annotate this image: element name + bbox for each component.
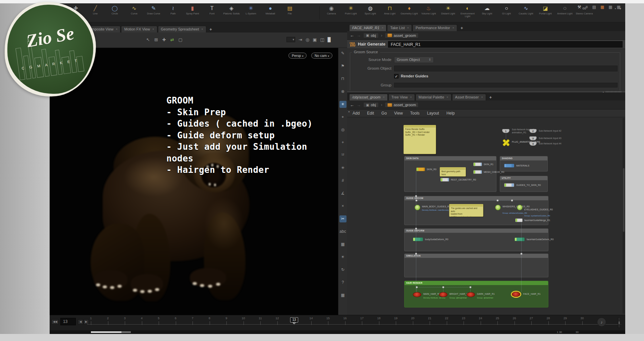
frame-range-field[interactable]: 1 30 <box>557 331 562 334</box>
frame-end-field[interactable]: 30 <box>576 331 579 334</box>
shelf-tool-portal-light[interactable]: ◪Portal Light <box>537 5 554 18</box>
node-body-guide-deform[interactable] <box>413 237 423 241</box>
next-frame-button[interactable]: ▶ <box>84 319 89 325</box>
shelf-tool-curve[interactable]: ∿Curve <box>125 5 143 15</box>
bbox-display-icon[interactable]: ▦ <box>339 241 346 248</box>
tab-material-palette[interactable]: Material Palette× <box>416 94 451 100</box>
netbox-guide-groom[interactable]: GUIDE GROOM MAIN_BODY_GUIDES_R0 Density … <box>404 196 548 225</box>
snapshot-icon[interactable]: + <box>339 139 346 146</box>
shelf-tool-metaball[interactable]: ●Metaball <box>262 5 279 15</box>
grid-options-icon[interactable]: ▦ <box>339 292 346 299</box>
current-frame-field[interactable]: 13 <box>60 318 76 325</box>
close-icon[interactable]: × <box>407 26 409 29</box>
node-whiskers-guides[interactable] <box>495 205 501 210</box>
node-main-hair[interactable] <box>413 292 421 297</box>
tab-face-hair-r1[interactable]: FACE_HAIR_R1× <box>349 24 386 31</box>
node-mesh-check[interactable] <box>473 170 482 174</box>
rewind-button[interactable]: ◀◀ <box>51 319 59 325</box>
no-cam-badge[interactable]: No cam▾ <box>311 53 332 59</box>
netbox-skin-data[interactable]: SKIN DATA SKIN_R0 Best geometry path her… <box>404 156 496 192</box>
angle-measure-icon[interactable]: ∡ <box>339 190 346 197</box>
snap-toggle-icon[interactable]: ⇄ <box>170 37 174 42</box>
menu-go[interactable]: Go <box>381 111 387 116</box>
layers-icon[interactable]: ▤ <box>592 5 596 9</box>
pin-view-icon[interactable]: ⇥ <box>299 37 302 42</box>
node-dark-hair[interactable] <box>467 292 475 297</box>
new-tab-button[interactable]: + <box>487 94 495 100</box>
node-skin-r0[interactable] <box>416 167 425 171</box>
shelf-tool-font[interactable]: TFont <box>203 5 221 15</box>
view-preset-dropdown[interactable]: ▾ <box>286 37 295 42</box>
close-icon[interactable]: × <box>481 95 483 99</box>
show-flags-icon[interactable]: ⚑ <box>339 63 346 70</box>
breadcrumb-asset-groom[interactable]: asset_groom <box>385 33 419 38</box>
close-icon[interactable]: × <box>383 95 384 99</box>
new-tab-button[interactable]: + <box>207 26 215 32</box>
menu-help[interactable]: Help <box>446 111 455 116</box>
shelf-tool-circle[interactable]: ◯Circle <box>106 5 123 15</box>
node-face-hair-selected[interactable] <box>512 292 520 297</box>
close-icon[interactable]: × <box>446 95 448 99</box>
cut-plane-icon[interactable]: ✂ <box>339 215 346 222</box>
frame-numbers-icon[interactable]: ¹² <box>339 152 346 159</box>
tab-obj-asset-groom[interactable]: /obj/asset_groom× <box>349 94 388 100</box>
forward-arrow-icon[interactable]: → <box>357 103 361 108</box>
headlight-icon[interactable]: ☀ <box>339 254 346 261</box>
tab-take-list[interactable]: Take List× <box>387 24 412 31</box>
close-icon[interactable]: × <box>452 26 454 29</box>
subnet-input-4-node[interactable]: 4 <box>529 142 537 146</box>
node-bright-hair[interactable] <box>439 292 447 297</box>
netbox-guide-deform[interactable]: GUIDE DEFORM bodyGuideDeform_R0 faceHair… <box>404 228 548 251</box>
pin-camera-icon[interactable]: ⌖ <box>339 114 346 121</box>
menu-layout[interactable]: Layout <box>427 111 439 116</box>
subnet-input-3-node[interactable]: 3 <box>529 136 537 140</box>
breadcrumb-obj[interactable]: ▣obj <box>363 33 379 38</box>
shelf-tool-volume-light[interactable]: ♨Volume Light <box>420 5 437 18</box>
forward-arrow-icon[interactable]: → <box>357 33 361 38</box>
shelf-tool-area-light[interactable]: ⊓Area Light <box>381 5 398 18</box>
tools-icon[interactable]: ⚒ <box>578 5 581 9</box>
plug-animation-node[interactable] <box>501 139 511 146</box>
shelf-tool-spray-paint[interactable]: ▮Spray Paint <box>184 5 201 15</box>
handles-tool-icon[interactable]: ⊞ <box>154 37 158 42</box>
audio-button[interactable]: ♪ <box>597 318 606 327</box>
node-rest-geometry[interactable] <box>440 178 449 182</box>
menu-view[interactable]: View <box>394 111 403 116</box>
tab-asset-browser[interactable]: Asset Browser× <box>452 94 486 100</box>
tab-tree-view[interactable]: Tree View× <box>388 94 415 100</box>
geometry-display-icon[interactable]: ▣ <box>313 37 317 42</box>
source-mode-dropdown[interactable]: Groom Object⇕ <box>394 57 434 63</box>
edit-handle-icon[interactable]: ✎ <box>339 50 346 57</box>
group-field[interactable] <box>394 83 618 87</box>
groom-object-field[interactable] <box>394 66 618 71</box>
render-guides-checkbox[interactable]: ✓ <box>394 74 398 78</box>
back-arrow-icon[interactable]: ← <box>350 33 354 38</box>
help-icon[interactable]: ? <box>339 279 346 286</box>
view-target-icon[interactable]: ◎ <box>339 126 346 133</box>
close-icon[interactable]: × <box>382 26 383 29</box>
close-icon[interactable]: × <box>152 27 154 31</box>
shelf-tool-platonic-solids[interactable]: ◈Platonic Solids <box>223 5 240 15</box>
crosshair-icon[interactable]: × <box>339 203 346 210</box>
node-skin-r1[interactable] <box>473 162 482 166</box>
network-scrollbar[interactable] <box>623 118 625 314</box>
menu-add[interactable]: Add <box>353 111 360 116</box>
grid-a-icon[interactable]: ▦ <box>608 5 612 9</box>
menu-edit[interactable]: Edit <box>367 111 374 116</box>
netbox-utility[interactable]: UTILITY GUIDES_TO_SKIN_R0 <box>500 176 548 192</box>
shelf-tool-sky-light[interactable]: ☁Sky Light <box>478 5 496 18</box>
menu-tools[interactable]: Tools <box>410 111 420 116</box>
node-main-body-guides[interactable] <box>415 205 420 210</box>
shelf-tool-ambient-light[interactable]: ◌Ambient Light <box>556 5 574 18</box>
node-eyelashes-guides[interactable] <box>517 205 523 210</box>
back-arrow-icon[interactable]: ← <box>350 103 354 108</box>
network-editor[interactable]: Force Render SuffixSuffix _R0 = Don't re… <box>347 117 625 315</box>
shelf-tool-spot-light[interactable]: ◍Spot Light <box>362 5 379 18</box>
close-icon[interactable]: × <box>410 95 412 99</box>
node-face-guide-deform[interactable] <box>515 237 525 241</box>
shelf-tool-gi-light[interactable]: ○GI Light <box>498 5 515 18</box>
shelf-tool-environment-light[interactable]: ◐Environment Light <box>459 5 476 18</box>
netbox-shading[interactable]: SHADING MATERIALS <box>500 156 548 172</box>
node-materials[interactable] <box>504 164 514 167</box>
tab-performance-monitor[interactable]: Performance Monitor× <box>413 24 457 31</box>
